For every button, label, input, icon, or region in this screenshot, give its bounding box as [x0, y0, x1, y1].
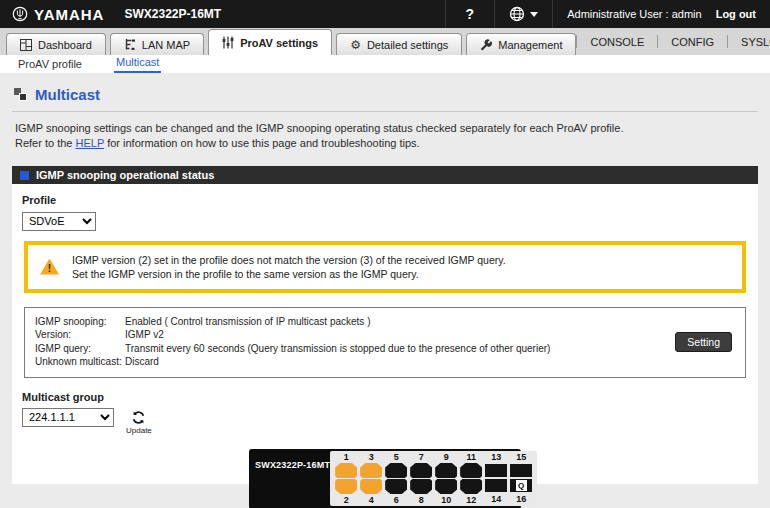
- update-label: Update: [126, 426, 152, 435]
- warning-box: ! IGMP version (2) set in the profile do…: [24, 241, 746, 293]
- status-label: Version:: [35, 328, 125, 342]
- brand-name: YAMAHA: [34, 6, 104, 23]
- refresh-icon: [131, 410, 146, 425]
- port-number: 1: [344, 452, 349, 462]
- dashboard-icon: [20, 39, 32, 51]
- yamaha-logo-icon: [12, 6, 28, 22]
- port-number: 2: [344, 495, 349, 505]
- page-description: IGMP snooping settings can be changed an…: [15, 121, 755, 151]
- tab-label: LAN MAP: [142, 39, 190, 51]
- port-column: 56: [385, 452, 407, 505]
- warning-text: IGMP version (2) set in the profile does…: [72, 253, 506, 281]
- port-panel: 123456789101112131415Q16: [330, 451, 537, 506]
- chevron-down-icon: [530, 12, 538, 17]
- description-line1: IGMP snooping settings can be changed an…: [15, 122, 623, 134]
- syslog-link[interactable]: SYSLOG: [728, 36, 770, 48]
- section-bullet-icon: [20, 171, 29, 180]
- page-title: Multicast: [35, 86, 100, 103]
- port-number: 3: [369, 452, 374, 462]
- port-12: [460, 479, 482, 494]
- tab-label: Management: [498, 39, 562, 51]
- port-number: 6: [394, 495, 399, 505]
- port-column: 15Q16: [510, 452, 532, 505]
- page-title-icon: [14, 88, 27, 101]
- status-row: Unknown multicast: Discard: [35, 355, 735, 369]
- port-number: 13: [491, 452, 501, 462]
- port-number: 16: [516, 494, 526, 504]
- port-number: 10: [441, 495, 451, 505]
- profile-select[interactable]: SDVoE: [22, 212, 96, 231]
- status-value: IGMP v2: [125, 328, 735, 342]
- update-button[interactable]: Update: [126, 410, 152, 435]
- tab-dashboard[interactable]: Dashboard: [6, 33, 106, 55]
- port-number: 4: [369, 495, 374, 505]
- profile-label: Profile: [22, 194, 748, 206]
- section-title: IGMP snooping operational status: [36, 169, 214, 181]
- port-2: [335, 479, 357, 494]
- subtab-multicast[interactable]: Multicast: [114, 56, 161, 73]
- port-3: [360, 463, 382, 478]
- description-line2-prefix: Refer to the: [15, 137, 76, 149]
- setting-button[interactable]: Setting: [675, 332, 732, 352]
- wrench-icon: [480, 39, 492, 51]
- switch-model-label: SWX2322P-16MT: [255, 460, 330, 470]
- port-15: [510, 464, 532, 477]
- port-1: [335, 463, 357, 478]
- port-number: 9: [444, 452, 449, 462]
- port-13: [485, 464, 507, 477]
- port-9: [435, 463, 457, 478]
- warning-line1: IGMP version (2) set in the profile does…: [72, 254, 506, 266]
- quick-links: CONSOLE CONFIG SYSLOG TECHINFO: [576, 28, 770, 55]
- config-link[interactable]: CONFIG: [658, 36, 727, 48]
- tab-proav-settings[interactable]: ProAV settings: [208, 29, 332, 55]
- help-button[interactable]: ?: [446, 6, 495, 22]
- tab-lan-map[interactable]: LAN MAP: [110, 33, 204, 55]
- port-number: 14: [491, 494, 501, 504]
- port-10: [435, 479, 457, 494]
- switch-graphic-wrap: SWX2322P-16MT 123456789101112131415Q16: [22, 449, 748, 508]
- port-14: [485, 479, 507, 492]
- tab-label: Dashboard: [38, 39, 92, 51]
- page-title-row: Multicast: [12, 86, 758, 112]
- sliders-icon: [222, 36, 234, 49]
- port-column: 78: [410, 452, 432, 505]
- lan-map-icon: [124, 39, 136, 51]
- port-number: 12: [466, 495, 476, 505]
- port-11: [460, 463, 482, 478]
- port-5: [385, 463, 407, 478]
- status-row: IGMP snooping: Enabled ( Control transmi…: [35, 315, 735, 329]
- status-label: IGMP snooping:: [35, 315, 125, 329]
- sub-tab-bar: ProAV profile Multicast: [0, 55, 770, 73]
- top-bar: YAMAHA SWX2322P-16MT ? Administrative Us…: [0, 0, 770, 28]
- port-number: 8: [419, 495, 424, 505]
- globe-icon: [509, 6, 525, 22]
- port-number: 11: [466, 452, 476, 462]
- tab-label: ProAV settings: [240, 37, 318, 49]
- port-16: Q: [510, 479, 532, 492]
- port-number: 15: [516, 452, 526, 462]
- switch-graphic: SWX2322P-16MT 123456789101112131415Q16: [249, 449, 521, 508]
- tab-management[interactable]: Management: [466, 33, 576, 55]
- port-number: 5: [394, 452, 399, 462]
- tab-detailed-settings[interactable]: ⚙ Detailed settings: [336, 33, 462, 55]
- port-6: [385, 479, 407, 494]
- console-link[interactable]: CONSOLE: [577, 36, 657, 48]
- brand-logo: YAMAHA: [0, 6, 114, 23]
- status-row: IGMP query: Transmit every 60 seconds (Q…: [35, 342, 735, 356]
- subtab-proav-profile[interactable]: ProAV profile: [16, 58, 84, 73]
- help-link[interactable]: HELP: [76, 137, 105, 149]
- logged-in-user: Administrative User : admin: [553, 8, 716, 20]
- port-7: [410, 463, 432, 478]
- port-column: 12: [335, 452, 357, 505]
- section-body: Profile SDVoE ! IGMP version (2) set in …: [12, 184, 758, 484]
- status-row: Version: IGMP v2: [35, 328, 735, 342]
- content-area: Multicast IGMP snooping settings can be …: [0, 73, 770, 508]
- status-label: IGMP query:: [35, 342, 125, 356]
- logout-button[interactable]: Log out: [716, 8, 770, 20]
- multicast-group-select[interactable]: 224.1.1.1: [22, 408, 114, 427]
- status-value: Discard: [125, 355, 735, 369]
- language-button[interactable]: [495, 0, 552, 28]
- device-name: SWX2322P-16MT: [124, 7, 221, 21]
- status-label: Unknown multicast:: [35, 355, 125, 369]
- section-header: IGMP snooping operational status: [12, 166, 758, 184]
